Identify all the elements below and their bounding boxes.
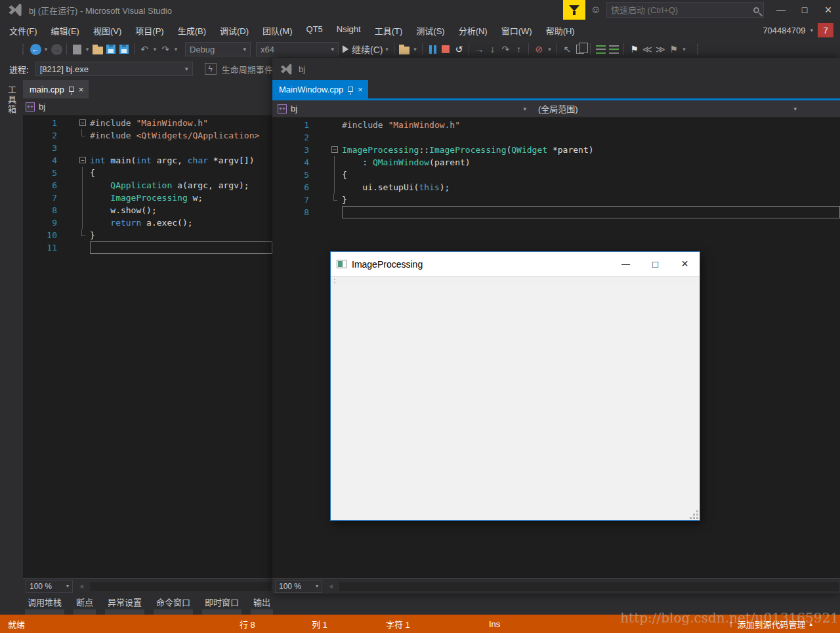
find-in-files-icon[interactable]	[398, 42, 411, 56]
continue-button[interactable]: 继续(C)	[343, 42, 383, 56]
menu-item[interactable]: 视图(V)	[93, 24, 121, 37]
show-next-statement-icon[interactable]: →	[472, 42, 486, 56]
pin-icon[interactable]	[348, 87, 353, 92]
code-line[interactable]: 2	[272, 131, 840, 144]
send-feedback-icon[interactable]: ☺	[591, 4, 601, 16]
break-all-icon[interactable]	[426, 42, 439, 56]
code-line[interactable]: 4 : QMainWindow(parent)	[272, 156, 840, 169]
account-caret-icon[interactable]: ▾	[810, 27, 813, 33]
toggle-breakpoints-icon[interactable]: ⊘	[532, 42, 545, 56]
menu-item[interactable]: 测试(S)	[416, 24, 444, 37]
stop-debugging-icon[interactable]	[439, 42, 452, 56]
account-id[interactable]: 704484709	[763, 26, 805, 35]
back-dropdown-icon[interactable]: ▾	[42, 42, 50, 56]
save-all-icon[interactable]	[117, 42, 131, 56]
code-line[interactable]: 8	[272, 206, 840, 218]
notification-badge[interactable]: 7	[818, 23, 833, 37]
step-out-icon[interactable]: ↑	[512, 42, 525, 56]
platform-combo[interactable]: x64 ▾	[256, 42, 339, 56]
left-editor-code[interactable]: 1−#include "MainWindow.h"2#include <QtWi…	[23, 115, 272, 578]
prev-bookmark-icon[interactable]: ≪	[640, 42, 654, 56]
quick-launch-search[interactable]	[606, 2, 764, 18]
code-line[interactable]: 3	[23, 142, 272, 154]
code-line[interactable]: 5{	[272, 169, 840, 181]
maximize-button[interactable]: □	[793, 0, 816, 20]
clear-bookmarks-icon[interactable]: ⚑	[667, 42, 680, 56]
menu-item[interactable]: 团队(M)	[262, 24, 293, 37]
horizontal-scrollbar[interactable]	[90, 582, 271, 591]
menu-item[interactable]: 文件(F)	[9, 24, 37, 37]
breakpoints-dropdown-icon[interactable]: ▾	[545, 42, 553, 56]
watch-window-icon[interactable]	[607, 42, 620, 56]
code-line[interactable]: 9 return a.exec();	[23, 216, 272, 229]
menu-item[interactable]: QT5	[306, 24, 323, 37]
bookmark-icon[interactable]: ⚑	[627, 42, 640, 56]
new-file-icon[interactable]	[70, 42, 83, 56]
find-dropdown-icon[interactable]: ▾	[411, 42, 419, 56]
code-line[interactable]: 1#include "MainWindow.h"	[272, 119, 840, 131]
redo-icon[interactable]: ↷	[159, 42, 172, 56]
code-line[interactable]: 8 w.show();	[23, 204, 272, 216]
zoom-selector[interactable]: 100 % ▾	[275, 580, 322, 593]
tab-main-cpp[interactable]: main.cpp ×	[23, 80, 89, 98]
menu-item[interactable]: 帮助(H)	[546, 24, 575, 37]
code-line[interactable]: 5{	[23, 167, 272, 179]
pin-icon[interactable]	[69, 87, 74, 92]
menu-item[interactable]: Nsight	[337, 24, 361, 37]
menu-item[interactable]: 项目(P)	[135, 24, 163, 37]
menu-item[interactable]: 分析(N)	[459, 24, 488, 37]
quick-launch-input[interactable]	[611, 5, 753, 15]
breadcrumb-project[interactable]: bj	[39, 102, 45, 112]
minimize-button[interactable]: —	[769, 0, 793, 20]
tool-window-tab[interactable]: 输出	[251, 594, 273, 615]
scroll-left-icon[interactable]: ◄	[78, 582, 85, 590]
fold-collapse-icon[interactable]: −	[57, 154, 90, 167]
code-line[interactable]: 4−int main(int argc, char *argv[])	[23, 154, 272, 167]
tool-window-tab[interactable]: 异常设置	[105, 594, 144, 615]
close-tab-icon[interactable]: ×	[358, 85, 363, 94]
tool-window-tab[interactable]: 调用堆栈	[25, 594, 64, 615]
copy-document-icon[interactable]	[574, 42, 587, 56]
code-line[interactable]: 2#include <QtWidgets/QApplication>	[23, 129, 272, 142]
code-line[interactable]: 6 ui.setupUi(this);	[272, 181, 840, 194]
tool-window-tab[interactable]: 命令窗口	[154, 594, 193, 615]
code-line[interactable]: 7}	[272, 194, 840, 206]
float-window-title-bar[interactable]: bj	[272, 58, 840, 80]
close-tab-icon[interactable]: ×	[79, 85, 84, 94]
close-button[interactable]: ×	[816, 0, 840, 20]
pointer-mode-icon[interactable]: ↖	[560, 42, 574, 56]
save-icon[interactable]	[104, 42, 117, 56]
qt-close-button[interactable]: ×	[670, 252, 700, 276]
step-over-icon[interactable]: ↷	[499, 42, 512, 56]
qt-maximize-button[interactable]: □	[640, 252, 670, 276]
fold-collapse-icon[interactable]: −	[309, 144, 342, 156]
context-dropdown[interactable]: (全局范围) ▾	[533, 100, 802, 117]
new-file-dropdown-icon[interactable]: ▾	[83, 42, 91, 56]
menu-item[interactable]: 编辑(E)	[51, 24, 79, 37]
menu-item[interactable]: 窗口(W)	[501, 24, 532, 37]
step-into-icon[interactable]: ↓	[486, 42, 499, 56]
qt-minimize-button[interactable]: —	[611, 252, 640, 276]
continue-dropdown-icon[interactable]: ▾	[383, 42, 390, 56]
code-line[interactable]: 10}	[23, 229, 272, 241]
search-icon[interactable]	[753, 7, 759, 13]
member-dropdown[interactable]	[803, 100, 840, 117]
code-line[interactable]: 3−ImageProcessing::ImageProcessing(QWidg…	[272, 144, 840, 156]
bookmark-dropdown-icon[interactable]: ▾	[680, 42, 688, 56]
redo-dropdown-icon[interactable]: ▾	[172, 42, 180, 56]
toolbar-overflow-grip[interactable]	[697, 44, 700, 54]
lifecycle-events-icon[interactable]: ϟ	[205, 63, 217, 75]
qt-resize-grip[interactable]	[690, 511, 698, 519]
sidebar-tab-toolbox[interactable]: 工具箱	[5, 85, 18, 115]
qt-title-bar[interactable]: ImageProcessing — □ ×	[331, 252, 700, 276]
scope-dropdown[interactable]: ++ bj ▾	[272, 100, 532, 117]
fold-collapse-icon[interactable]: −	[57, 117, 90, 129]
feedback-filter-icon[interactable]	[563, 0, 585, 20]
solution-config-combo[interactable]: Debug ▾	[185, 42, 251, 56]
tab-mainwindow-cpp[interactable]: MainWindow.cpp ×	[272, 80, 368, 98]
menu-item[interactable]: 生成(B)	[178, 24, 206, 37]
tool-window-tab[interactable]: 即时窗口	[202, 594, 242, 615]
zoom-selector[interactable]: 100 % ▾	[26, 580, 73, 593]
code-line[interactable]: 6 QApplication a(argc, argv);	[23, 179, 272, 192]
code-line[interactable]: 11	[23, 241, 272, 254]
